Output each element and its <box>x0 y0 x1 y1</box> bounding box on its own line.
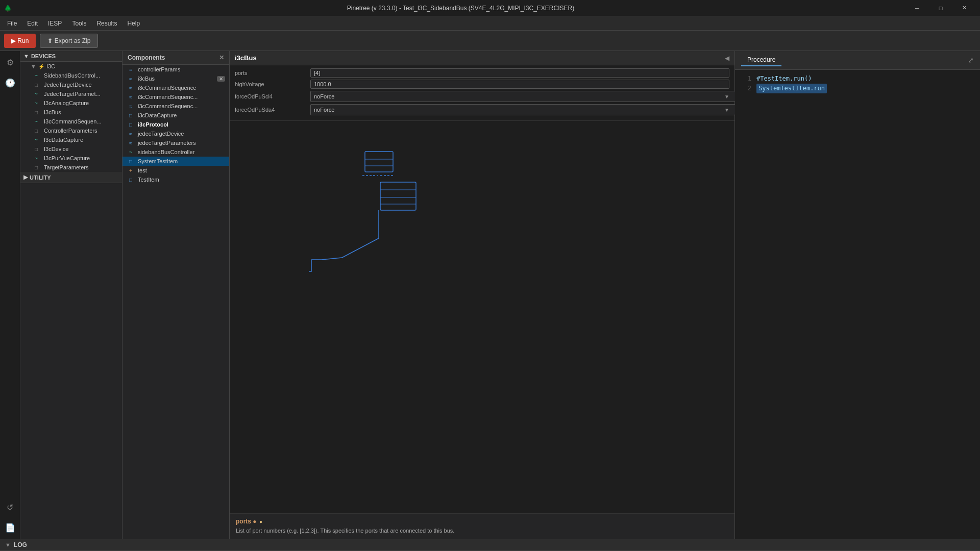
sidebar-item-purvue[interactable]: ~ I3cPurVueCapture <box>20 154 122 163</box>
sidebar-item-label: TargetParameters <box>44 164 88 170</box>
tab-procedure[interactable]: Procedure <box>741 54 781 66</box>
sidebar-item-analog-capture[interactable]: ~ I3cAnalogCapture <box>20 98 122 108</box>
comp-label: sidebandBusController <box>138 149 194 155</box>
menu-help[interactable]: Help <box>122 18 145 29</box>
field-forceodpusda4: forceOdPuSda4 noForce Force ▼ <box>235 104 729 115</box>
comp-item-jedec-device[interactable]: ≈ jedecTargetDevice <box>122 129 229 138</box>
comp-item-cmdseq3[interactable]: ≈ i3cCommandSequenc... <box>122 102 229 111</box>
comp-item-i3cbus[interactable]: ≈ i3cBus ✕ <box>122 74 229 83</box>
components-panel: Components ✕ ≈ controllerParams ≈ i3cBus… <box>122 51 230 539</box>
sidebar-item-label: I3cBus <box>44 109 61 115</box>
notes-icon[interactable]: 📄 <box>2 519 18 536</box>
close-button[interactable]: ✕ <box>952 0 976 16</box>
wave-icon: ~ <box>35 91 42 97</box>
collapse-icon[interactable]: ◀ <box>725 55 729 62</box>
proc-code-2: SystemTestItem.run <box>756 84 827 93</box>
toolbar: ▶ Run ⬆ Export as Zip <box>0 31 980 51</box>
menu-iesp[interactable]: IESP <box>43 18 67 29</box>
comp-label: SystemTestItem <box>138 158 178 164</box>
sidebar-utility-header[interactable]: ▶ UTILITY <box>20 172 122 183</box>
devices-icon[interactable]: ⚙ <box>2 54 18 70</box>
comp-item-cmdseq2[interactable]: ≈ i3cCommandSequenc... <box>122 92 229 102</box>
field-select-wrapper-sda4: noForce Force ▼ <box>310 104 729 115</box>
sidebar-item-label: I3cCommandSequen... <box>44 118 102 124</box>
sidebar-devices-header[interactable]: ▼ DEVICES <box>20 51 122 62</box>
sidebar-item-target-params[interactable]: □ TargetParameters <box>20 163 122 172</box>
sidebar-item-label: I3cDevice <box>44 146 68 152</box>
menu-results[interactable]: Results <box>91 18 122 29</box>
comp-wave-icon: ≈ <box>127 104 135 109</box>
sidebar-item-sideband[interactable]: ~ SidebandBusControl... <box>20 71 122 80</box>
procedure-maximize-button[interactable]: ⤢ <box>968 56 974 64</box>
comp-item-sideband-ctrl[interactable]: ~ sidebandBusController <box>122 147 229 157</box>
field-label-ports: ports <box>235 70 306 76</box>
field-select-sda4[interactable]: noForce Force <box>310 104 736 115</box>
log-panel: ▼ LOG *** Logging to file: E:\program\I3… <box>0 539 980 551</box>
svg-rect-5 <box>380 182 416 210</box>
sidebar-item-label: JedecTargetParamet... <box>44 91 101 97</box>
comp-wave-icon: ≈ <box>127 85 135 91</box>
field-label-highvoltage: highVoltage <box>235 81 306 87</box>
field-value-ports[interactable]: [4] <box>310 68 729 78</box>
menu-edit[interactable]: Edit <box>22 18 43 29</box>
icon-panel: ⚙ 🕐 ↺ 📄 <box>0 51 20 539</box>
maximize-button[interactable]: □ <box>929 0 952 16</box>
comp-label: i3cCommandSequenc... <box>138 94 198 100</box>
box-icon: □ <box>35 110 42 115</box>
minimize-button[interactable]: ─ <box>905 0 929 16</box>
i3c-label: I3C <box>46 63 55 69</box>
detail-header: i3cBus ◀ <box>230 51 734 65</box>
window-title: Pinetree (v 23.3.0) - Test_I3C_SidebandB… <box>16 5 905 12</box>
sidebar-item-cmd-seq[interactable]: ~ I3cCommandSequen... <box>20 117 122 126</box>
sidebar-item-i3cbus[interactable]: □ I3cBus <box>20 108 122 117</box>
comp-item-cmdseq1[interactable]: ≈ i3cCommandSequence <box>122 83 229 92</box>
field-label-forceodpusda4: forceOdPuSda4 <box>235 107 306 113</box>
menu-tools[interactable]: Tools <box>67 18 91 29</box>
comp-wave-icon: ~ <box>127 149 135 155</box>
run-button[interactable]: ▶ Run <box>4 34 36 48</box>
comp-item-jedec-params[interactable]: ≈ jedecTargetParameters <box>122 138 229 147</box>
comp-item-i3cprotocol[interactable]: □ i3cProtocol <box>122 120 229 129</box>
comp-wave-icon: ≈ <box>127 67 135 72</box>
field-value-highvoltage[interactable]: 1000.0 <box>310 80 729 89</box>
field-select-scl4[interactable]: noForce Force <box>310 91 736 102</box>
components-close-icon[interactable]: ✕ <box>219 54 224 61</box>
comp-item-systemtestitem[interactable]: □ SystemTestItem <box>122 157 229 166</box>
wave-icon: ~ <box>35 137 42 143</box>
detail-title: i3cBus <box>235 54 257 62</box>
components-header: Components ✕ <box>122 51 229 65</box>
comp-plus-icon: + <box>127 168 135 173</box>
comp-item-datacapture[interactable]: □ i3cDataCapture <box>122 111 229 120</box>
sidebar-item-data-capture[interactable]: ~ I3cDataCapture <box>20 135 122 144</box>
sidebar-item-ctrl-params[interactable]: □ ControllerParameters <box>20 126 122 135</box>
components-list: ≈ controllerParams ≈ i3cBus ✕ ≈ i3cComma… <box>122 65 229 539</box>
wave-icon: ~ <box>35 156 42 161</box>
sidebar-item-jedec-target-params[interactable]: ~ JedecTargetParamet... <box>20 89 122 98</box>
wave-icon: ~ <box>35 119 42 124</box>
sidebar-item-i3cdevice[interactable]: □ I3cDevice <box>20 144 122 154</box>
utility-chevron-icon: ▶ <box>23 174 28 181</box>
box-icon: □ <box>35 165 42 170</box>
refresh-icon[interactable]: ↺ <box>2 499 18 515</box>
log-toggle-icon[interactable]: ▼ <box>5 542 11 548</box>
sidebar-i3c-header[interactable]: ▼ ⚡ I3C <box>20 62 122 71</box>
export-zip-button[interactable]: ⬆ Export as Zip <box>40 34 98 48</box>
proc-lineno-2: 2 <box>741 84 751 93</box>
comp-label: jedecTargetDevice <box>138 131 184 137</box>
comp-box-icon: □ <box>127 113 135 118</box>
comp-label: TestItem <box>138 177 159 183</box>
help-dot: ● <box>259 519 262 524</box>
comp-item-test[interactable]: + test <box>122 166 229 175</box>
help-title-text: ports ● <box>236 518 257 525</box>
history-icon[interactable]: 🕐 <box>2 74 18 91</box>
detail-fields: ports [4] highVoltage 1000.0 forceOdPuSc… <box>230 65 734 121</box>
comp-item-controllerparams[interactable]: ≈ controllerParams <box>122 65 229 74</box>
menu-file[interactable]: File <box>2 18 22 29</box>
proc-code-1: #TestItem.run() <box>756 74 812 84</box>
sidebar-item-jedec-target-device[interactable]: □ JedecTargetDevice <box>20 80 122 89</box>
diagram-svg <box>230 121 734 513</box>
components-title: Components <box>128 54 165 61</box>
comp-label: i3cProtocol <box>138 121 168 128</box>
comp-item-testitem[interactable]: □ TestItem <box>122 175 229 184</box>
procedure-content: 1 #TestItem.run() 2 SystemTestItem.run <box>735 70 980 539</box>
